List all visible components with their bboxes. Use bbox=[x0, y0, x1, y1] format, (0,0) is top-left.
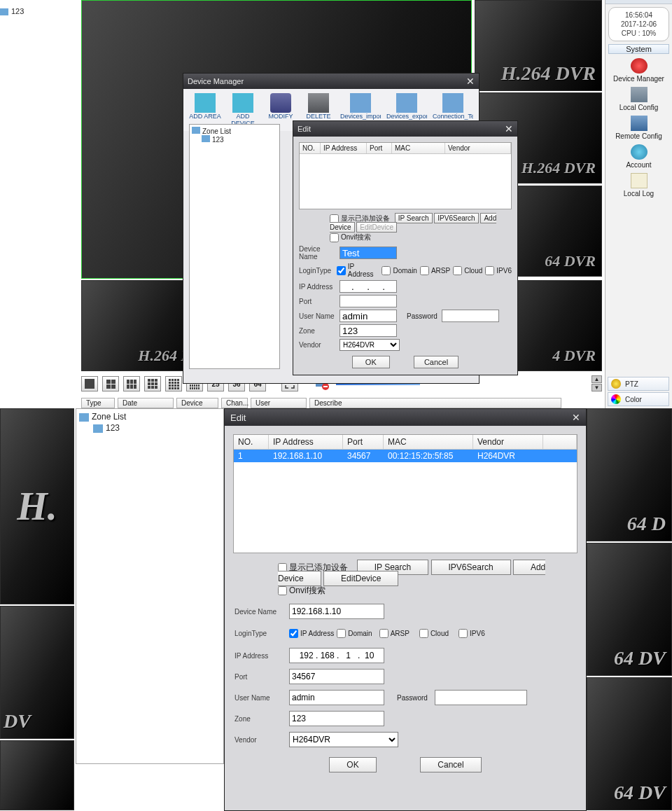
login-domain-checkbox[interactable] bbox=[382, 266, 391, 275]
sidebar-item-local-log[interactable]: Local Log bbox=[606, 173, 672, 197]
tool-add-device[interactable]: ADD DEVICE bbox=[227, 93, 259, 127]
ptz-icon bbox=[611, 379, 621, 389]
zone-tree[interactable]: Zone List 123 bbox=[189, 124, 280, 369]
folder-icon bbox=[192, 127, 200, 134]
sidebar-item-remote-config[interactable]: Remote Config bbox=[606, 116, 672, 140]
edit-device-button[interactable]: EditDevice bbox=[356, 222, 397, 233]
ip-input[interactable] bbox=[340, 280, 397, 293]
login-cloud-checkbox[interactable] bbox=[453, 266, 462, 275]
ipv6-search-button[interactable]: IPV6Search bbox=[434, 213, 478, 223]
desktop-tree[interactable]: 123 bbox=[0, 7, 24, 15]
log-col-describe[interactable]: Describe bbox=[309, 398, 561, 408]
expand-up[interactable]: ▲ bbox=[592, 375, 602, 383]
device-manager-titlebar[interactable]: Device Manager ✕ bbox=[183, 74, 479, 89]
password-input[interactable] bbox=[442, 310, 499, 322]
view-16[interactable] bbox=[165, 376, 182, 391]
close-icon[interactable]: ✕ bbox=[466, 76, 475, 87]
password-input[interactable] bbox=[435, 690, 527, 705]
edit-device-button[interactable]: EditDevice bbox=[323, 571, 398, 586]
onvif-search-checkbox[interactable] bbox=[330, 233, 339, 242]
port-input[interactable] bbox=[289, 669, 384, 684]
device-table-small[interactable]: NO. IP Address Port MAC Vendor bbox=[299, 142, 512, 209]
view-4[interactable] bbox=[102, 376, 119, 391]
login-domain-checkbox[interactable] bbox=[337, 629, 346, 638]
device-table-large[interactable]: NO. IP Address Port MAC Vendor 1 192.168… bbox=[233, 434, 578, 553]
color-icon bbox=[611, 394, 621, 404]
connection-test-icon bbox=[442, 93, 463, 113]
ip-input[interactable] bbox=[289, 648, 384, 663]
video-tile[interactable]: 64 DV bbox=[587, 677, 672, 810]
login-ipv6-checkbox[interactable] bbox=[485, 266, 494, 275]
video-tile[interactable]: H.264 DVR bbox=[475, 0, 602, 91]
username-input[interactable] bbox=[289, 690, 384, 705]
ipv6-search-button[interactable]: IPV6Search bbox=[431, 560, 511, 575]
local-config-icon bbox=[631, 87, 648, 102]
delete-icon bbox=[308, 93, 329, 113]
log-col-date[interactable]: Date bbox=[118, 398, 174, 408]
log-col-device[interactable]: Device bbox=[176, 398, 218, 408]
login-ipv6-checkbox[interactable] bbox=[458, 629, 468, 638]
zone-tree-large[interactable]: Zone List 123 bbox=[76, 408, 224, 764]
cancel-button[interactable]: Cancel bbox=[420, 757, 481, 772]
ptz-button[interactable]: PTZ bbox=[608, 377, 669, 391]
edit-window-large: Edit ✕ NO. IP Address Port MAC Vendor 1 … bbox=[224, 408, 587, 811]
ok-button[interactable]: OK bbox=[329, 757, 376, 772]
import-icon bbox=[350, 93, 371, 113]
login-arsp-checkbox[interactable] bbox=[379, 629, 388, 638]
ok-button[interactable]: OK bbox=[352, 356, 390, 368]
account-icon bbox=[631, 144, 648, 160]
ip-search-button[interactable]: IP Search bbox=[395, 213, 433, 223]
login-arsp-checkbox[interactable] bbox=[420, 266, 429, 275]
video-tile[interactable] bbox=[0, 740, 74, 810]
color-button[interactable]: Color bbox=[608, 392, 669, 406]
close-icon[interactable]: ✕ bbox=[572, 412, 580, 423]
table-row-selected[interactable]: 1 192.168.1.10 34567 00:12:15:2b:5f:85 H… bbox=[234, 450, 577, 462]
status-clock: 16:56:04 2017-12-06 CPU : 10% bbox=[608, 7, 669, 41]
username-input[interactable] bbox=[340, 310, 397, 322]
monitor-icon bbox=[0, 8, 8, 15]
zone-input[interactable] bbox=[289, 711, 384, 726]
edit-titlebar-large[interactable]: Edit ✕ bbox=[225, 409, 586, 426]
folder-icon bbox=[79, 413, 89, 422]
svg-rect-2 bbox=[323, 386, 328, 387]
local-log-icon bbox=[631, 173, 648, 188]
video-tile[interactable]: H. bbox=[0, 408, 74, 604]
sidebar-item-device-manager[interactable]: Device Manager bbox=[606, 58, 672, 83]
device-name-input[interactable] bbox=[289, 604, 384, 619]
close-icon[interactable]: ✕ bbox=[505, 123, 513, 134]
log-col-user[interactable]: User bbox=[251, 398, 307, 408]
edit-window-small: Edit ✕ NO. IP Address Port MAC Vendor 显示… bbox=[293, 120, 518, 375]
login-cloud-checkbox[interactable] bbox=[419, 629, 428, 638]
zone-input[interactable] bbox=[340, 324, 397, 337]
modify-icon bbox=[270, 93, 291, 113]
login-ip-checkbox[interactable] bbox=[337, 266, 346, 275]
tool-add-area[interactable]: ADD AREA bbox=[189, 93, 221, 127]
device-name-input[interactable] bbox=[340, 247, 397, 259]
cancel-button[interactable]: Cancel bbox=[414, 356, 458, 368]
desktop-tree-label: 123 bbox=[11, 7, 24, 15]
sidebar-item-local-config[interactable]: Local Config bbox=[606, 87, 672, 111]
layout-handles: ▲ ▼ bbox=[592, 375, 602, 391]
sidebar-item-account[interactable]: Account bbox=[606, 144, 672, 169]
log-header-row: Type Date Device Chan... User Describe bbox=[81, 398, 561, 408]
edit-titlebar-small[interactable]: Edit ✕ bbox=[293, 121, 517, 137]
view-1[interactable] bbox=[81, 376, 98, 391]
monitor-icon bbox=[202, 135, 210, 142]
expand-down[interactable]: ▼ bbox=[592, 384, 602, 391]
port-input[interactable] bbox=[340, 295, 397, 307]
log-col-type[interactable]: Type bbox=[81, 398, 115, 408]
device-manager-icon bbox=[631, 58, 648, 74]
vendor-select[interactable]: H264DVR bbox=[340, 339, 400, 351]
add-area-icon bbox=[195, 93, 216, 113]
right-sidebar: 16:56:04 2017-12-06 CPU : 10% System Dev… bbox=[605, 0, 672, 408]
log-col-channel[interactable]: Chan... bbox=[221, 398, 248, 408]
onvif-search-checkbox[interactable] bbox=[278, 586, 287, 595]
video-tile[interactable]: 64 D bbox=[587, 408, 672, 541]
monitor-icon bbox=[93, 424, 103, 433]
video-tile[interactable]: DV bbox=[0, 606, 74, 739]
vendor-select[interactable]: H264DVR bbox=[289, 732, 398, 747]
view-6[interactable] bbox=[123, 376, 140, 391]
view-9[interactable] bbox=[144, 376, 161, 391]
login-ip-checkbox[interactable] bbox=[289, 629, 298, 638]
video-tile[interactable]: 64 DV bbox=[587, 543, 672, 676]
